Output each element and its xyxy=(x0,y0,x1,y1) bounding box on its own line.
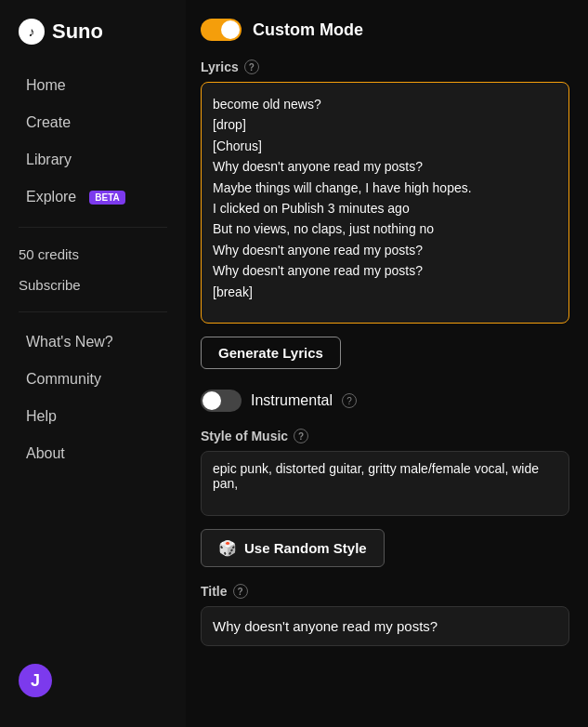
title-section: Title ? xyxy=(201,584,569,646)
title-label: Title xyxy=(201,584,228,599)
sidebar-item-create[interactable]: Create xyxy=(7,105,178,140)
logo-text: Suno xyxy=(52,20,103,44)
sidebar-item-home[interactable]: Home xyxy=(7,68,178,103)
style-label-row: Style of Music ? xyxy=(201,429,569,443)
sidebar-item-whats-new[interactable]: What's New? xyxy=(7,324,178,360)
generate-lyrics-button[interactable]: Generate Lyrics xyxy=(201,337,341,369)
lyrics-textarea[interactable] xyxy=(201,82,569,324)
avatar[interactable]: J xyxy=(19,664,52,697)
beta-badge: BETA xyxy=(89,191,124,205)
credits-display: 50 credits xyxy=(0,239,186,270)
app-logo: ♪ Suno xyxy=(0,19,186,67)
instrumental-help-icon[interactable]: ? xyxy=(342,393,357,408)
random-style-button[interactable]: 🎲 Use Random Style xyxy=(201,529,385,567)
sidebar-item-library[interactable]: Library xyxy=(7,142,178,178)
custom-mode-label: Custom Mode xyxy=(253,20,363,40)
sidebar-item-help-label: Help xyxy=(26,408,57,425)
toggle-thumb-on xyxy=(221,20,240,39)
sidebar-item-community[interactable]: Community xyxy=(7,362,178,397)
subscribe-link[interactable]: Subscribe xyxy=(0,270,186,300)
sidebar-item-library-label: Library xyxy=(26,152,72,168)
style-section: Style of Music ? 🎲 Use Random Style xyxy=(201,429,569,567)
sidebar-item-explore[interactable]: Explore BETA xyxy=(7,179,178,215)
style-label: Style of Music xyxy=(201,429,288,443)
title-input[interactable] xyxy=(201,606,569,646)
sidebar-item-create-label: Create xyxy=(26,114,71,131)
title-help-icon[interactable]: ? xyxy=(233,584,248,599)
logo-icon: ♪ xyxy=(19,19,45,45)
sidebar-item-help[interactable]: Help xyxy=(7,399,178,434)
random-style-label: Use Random Style xyxy=(244,540,367,556)
custom-mode-toggle[interactable] xyxy=(201,19,242,41)
instrumental-toggle-thumb xyxy=(203,391,221,410)
sidebar-item-community-label: Community xyxy=(26,371,101,388)
sidebar-divider-1 xyxy=(19,227,167,228)
dice-icon: 🎲 xyxy=(218,539,237,557)
sidebar-item-home-label: Home xyxy=(26,77,66,94)
lyrics-label: Lyrics xyxy=(201,59,239,74)
lyrics-section: Lyrics ? Generate Lyrics xyxy=(201,59,569,384)
title-label-row: Title ? xyxy=(201,584,569,599)
toggle-track-on[interactable] xyxy=(201,19,242,41)
style-help-icon[interactable]: ? xyxy=(294,429,308,443)
sidebar-nav: Home Create Library Explore BETA 50 cred… xyxy=(0,67,186,653)
instrumental-label: Instrumental xyxy=(251,392,333,409)
instrumental-row: Instrumental ? xyxy=(201,390,569,412)
sidebar-item-explore-label: Explore xyxy=(26,189,76,205)
custom-mode-row: Custom Mode xyxy=(201,19,569,41)
sidebar: ♪ Suno Home Create Library Explore BETA … xyxy=(0,0,186,727)
lyrics-label-row: Lyrics ? xyxy=(201,59,569,74)
sidebar-item-whats-new-label: What's New? xyxy=(26,334,113,350)
main-content: Custom Mode Lyrics ? Generate Lyrics Ins… xyxy=(186,0,588,727)
lyrics-help-icon[interactable]: ? xyxy=(244,59,259,74)
sidebar-bottom: J xyxy=(0,653,186,708)
sidebar-item-about-label: About xyxy=(26,445,65,462)
style-textarea[interactable] xyxy=(201,451,569,516)
sidebar-item-about[interactable]: About xyxy=(7,436,178,471)
instrumental-toggle[interactable] xyxy=(201,390,242,412)
sidebar-divider-2 xyxy=(19,311,167,312)
